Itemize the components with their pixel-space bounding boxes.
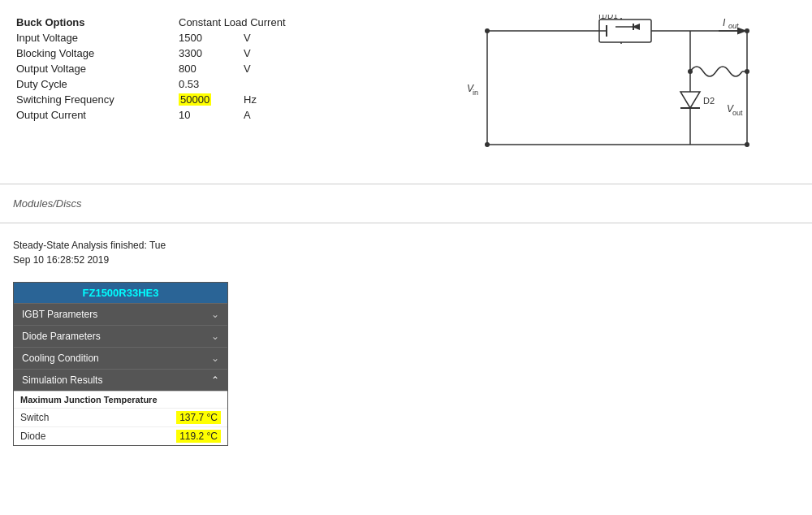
param-label-5: Output Current — [13, 107, 175, 123]
svg-point-36 — [745, 69, 749, 74]
switch-value: 137.7 °C — [176, 411, 221, 424]
component-card: FZ1500R33HE3 IGBT Parameters ⌄ Diode Par… — [13, 282, 228, 446]
section-title: Buck Options Constant Load Current Input… — [13, 15, 393, 123]
component-section: FZ1500R33HE3 IGBT Parameters ⌄ Diode Par… — [0, 274, 812, 454]
modules-discs-section: Modules/Discs — [0, 193, 812, 214]
param-unit-5: A — [240, 107, 393, 123]
analysis-status: Steady-State Analysis finished: Tue Sep … — [0, 232, 812, 274]
diode-label: Diode — [20, 431, 45, 442]
igbt-parameters-section[interactable]: IGBT Parameters ⌄ — [14, 303, 227, 325]
cooling-condition-label: Cooling Condition — [22, 353, 99, 364]
circuit-diagram: I out I1/D1 D2 — [438, 15, 780, 161]
param-value-2: 800 — [175, 61, 240, 76]
component-name: FZ1500R33HE3 — [14, 283, 227, 303]
igbt-chevron-icon: ⌄ — [211, 309, 219, 320]
divider-2 — [0, 223, 812, 223]
cooling-chevron-icon: ⌄ — [211, 353, 219, 364]
diode-parameters-section[interactable]: Diode Parameters ⌄ — [14, 325, 227, 347]
results-header: Maximum Junction Temperature — [14, 392, 227, 408]
param-value-0: 1500 — [175, 30, 240, 45]
diode-parameters-label: Diode Parameters — [22, 331, 101, 342]
results-body: Maximum Junction Temperature Switch 137.… — [14, 391, 227, 445]
divider-1 — [0, 184, 812, 184]
switch-label: Switch — [20, 412, 49, 423]
svg-point-33 — [745, 28, 749, 33]
cooling-condition-section[interactable]: Cooling Condition ⌄ — [14, 347, 227, 369]
svg-text:out: out — [728, 22, 739, 30]
param-unit-2: V — [240, 61, 393, 76]
svg-marker-23 — [680, 92, 700, 108]
param-unit-4: Hz — [240, 92, 393, 107]
diode-value: 119.2 °C — [176, 430, 221, 443]
svg-point-31 — [485, 28, 490, 33]
svg-text:D2: D2 — [703, 96, 715, 106]
igbt-parameters-label: IGBT Parameters — [22, 309, 97, 320]
svg-text:I: I — [723, 17, 726, 28]
param-value-5: 10 — [175, 107, 240, 123]
modules-label: Modules/Discs — [13, 197, 82, 210]
svg-point-35 — [688, 69, 693, 74]
param-unit-3 — [240, 76, 393, 92]
simulation-results-label: Simulation Results — [22, 374, 102, 386]
diode-chevron-icon: ⌄ — [211, 331, 219, 342]
result-row-switch: Switch 137.7 °C — [14, 408, 227, 426]
analysis-line1: Steady-State Analysis finished: Tue — [13, 238, 799, 253]
svg-point-34 — [745, 142, 749, 147]
svg-text:in: in — [473, 89, 478, 97]
result-row-diode: Diode 119.2 °C — [14, 426, 227, 445]
param-label-0: Input Voltage — [13, 30, 175, 45]
load-type-label: Constant Load Current — [175, 15, 393, 30]
param-label-3: Duty Cycle — [13, 76, 175, 92]
param-value-4: 50000 — [175, 92, 240, 107]
param-value-1: 3300 — [175, 45, 240, 61]
param-label-4: Switching Frequency — [13, 92, 175, 107]
svg-point-32 — [485, 142, 490, 147]
svg-text:out: out — [732, 109, 743, 117]
simulation-chevron-up-icon: ⌃ — [211, 374, 219, 386]
param-unit-1: V — [240, 45, 393, 61]
analysis-line2: Sep 10 16:28:52 2019 — [13, 253, 799, 267]
buck-options-label: Buck Options — [13, 15, 175, 30]
param-unit-0: V — [240, 30, 393, 45]
param-value-3: 0.53 — [175, 76, 240, 92]
param-label-2: Output Voltage — [13, 61, 175, 76]
svg-text:I1/D1: I1/D1 — [598, 15, 618, 20]
simulation-results-section[interactable]: Simulation Results ⌃ — [14, 369, 227, 391]
param-label-1: Blocking Voltage — [13, 45, 175, 61]
